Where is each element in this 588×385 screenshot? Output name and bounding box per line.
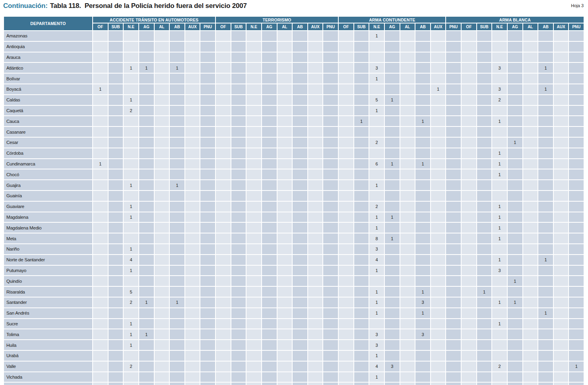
value-cell xyxy=(246,180,261,190)
value-cell xyxy=(139,106,154,116)
value-cell xyxy=(185,95,200,105)
value-cell xyxy=(400,351,415,361)
column-header: OF xyxy=(339,23,353,30)
value-cell xyxy=(185,159,200,169)
value-cell xyxy=(293,298,307,307)
value-cell xyxy=(155,180,169,190)
value-cell xyxy=(139,42,154,52)
value-cell xyxy=(508,84,522,94)
value-cell xyxy=(293,159,307,169)
value-cell xyxy=(308,233,323,243)
table-row: Putumayo113 xyxy=(4,266,584,276)
value-cell xyxy=(446,84,461,94)
table-row: Caldas1512 xyxy=(4,95,584,105)
value-cell xyxy=(293,276,307,286)
department-cell: Norte de Santander xyxy=(4,255,92,265)
value-cell xyxy=(369,84,384,94)
column-header: AL xyxy=(278,23,292,30)
value-cell xyxy=(216,362,231,371)
value-cell xyxy=(278,319,292,329)
value-cell xyxy=(293,340,307,350)
value-cell xyxy=(354,287,369,297)
value-cell xyxy=(385,244,400,254)
value-cell xyxy=(354,329,369,339)
value-cell xyxy=(155,266,169,276)
column-header: OF xyxy=(462,23,476,30)
value-cell xyxy=(200,319,215,329)
value-cell xyxy=(477,159,492,169)
value-cell xyxy=(278,244,292,254)
value-cell xyxy=(400,159,415,169)
value-cell: 1 xyxy=(139,298,154,307)
value-cell xyxy=(231,159,246,169)
value-cell xyxy=(293,266,307,276)
value-cell xyxy=(462,106,476,116)
value-cell xyxy=(446,42,461,52)
department-cell: Valle xyxy=(4,362,92,371)
value-cell xyxy=(185,31,200,41)
value-cell xyxy=(431,52,446,62)
value-cell xyxy=(93,276,108,286)
value-cell xyxy=(415,95,430,105)
value-cell: 1 xyxy=(109,383,123,385)
value-cell: 1 xyxy=(369,180,384,190)
value-cell xyxy=(109,159,123,169)
value-cell xyxy=(431,276,446,286)
value-cell xyxy=(139,148,154,158)
value-cell xyxy=(246,351,261,361)
value-cell xyxy=(109,266,123,276)
value-cell xyxy=(431,169,446,179)
value-cell xyxy=(415,202,430,212)
value-cell xyxy=(155,212,169,222)
value-cell xyxy=(431,212,446,222)
value-cell xyxy=(231,383,246,385)
value-cell xyxy=(278,351,292,361)
value-cell xyxy=(308,287,323,297)
value-cell xyxy=(262,233,277,243)
value-cell xyxy=(308,276,323,286)
value-cell xyxy=(124,233,138,243)
value-cell xyxy=(308,266,323,276)
table-row: Caquetá21 xyxy=(4,106,584,116)
value-cell xyxy=(538,212,553,222)
value-cell xyxy=(508,74,522,84)
value-cell xyxy=(415,169,430,179)
value-cell xyxy=(231,319,246,329)
value-cell xyxy=(216,127,231,137)
value-cell xyxy=(139,233,154,243)
value-cell xyxy=(369,319,384,329)
value-cell xyxy=(477,74,492,84)
value-cell xyxy=(339,202,353,212)
value-cell xyxy=(308,383,323,385)
value-cell xyxy=(262,308,277,318)
value-cell xyxy=(293,372,307,382)
value-cell xyxy=(369,42,384,52)
value-cell xyxy=(139,138,154,148)
value-cell xyxy=(139,116,154,126)
value-cell xyxy=(262,276,277,286)
value-cell xyxy=(538,138,553,148)
value-cell xyxy=(262,223,277,233)
value-cell xyxy=(170,233,184,243)
value-cell xyxy=(492,138,507,148)
value-cell xyxy=(538,31,553,41)
value-cell xyxy=(124,116,138,126)
table-row: Cauca111 xyxy=(4,116,584,126)
value-cell xyxy=(385,329,400,339)
column-header: AG xyxy=(385,23,400,30)
value-cell xyxy=(477,127,492,137)
value-cell: 1 xyxy=(538,63,553,73)
value-cell xyxy=(400,138,415,148)
value-cell: 3 xyxy=(369,63,384,73)
value-cell xyxy=(155,383,169,385)
value-cell xyxy=(523,74,538,84)
value-cell xyxy=(462,319,476,329)
value-cell xyxy=(431,298,446,307)
value-cell xyxy=(554,212,569,222)
value-cell xyxy=(415,233,430,243)
value-cell xyxy=(554,95,569,105)
value-cell xyxy=(446,116,461,126)
value-cell xyxy=(155,202,169,212)
value-cell xyxy=(569,319,584,329)
value-cell xyxy=(93,95,108,105)
